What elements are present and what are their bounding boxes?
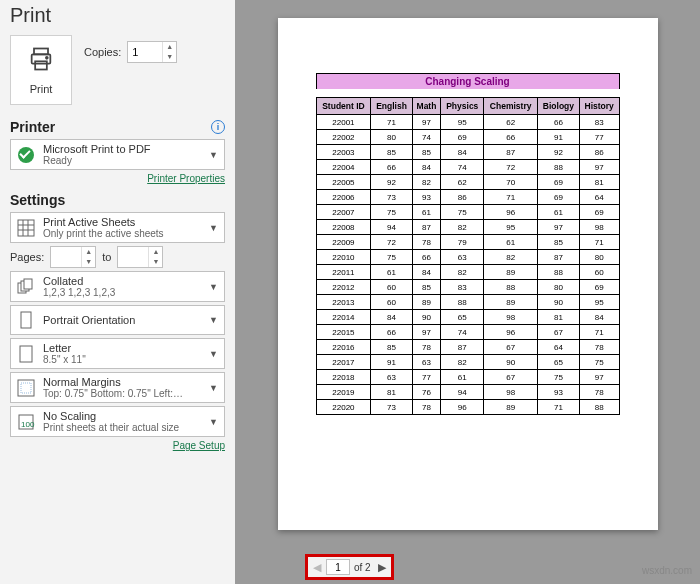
sheets-icon (15, 217, 37, 239)
copies-input[interactable] (128, 44, 162, 60)
table-row: 22013608988899095 (316, 295, 619, 310)
collate-dropdown[interactable]: Collated 1,2,3 1,2,3 1,2,3 ▼ (10, 271, 225, 302)
svg-rect-14 (18, 380, 34, 396)
chevron-down-icon: ▼ (207, 150, 220, 160)
table-row: 22015669774966771 (316, 325, 619, 340)
copies-down-icon[interactable]: ▼ (163, 52, 176, 62)
column-header: Chemistry (484, 98, 538, 115)
table-row: 22005928262706981 (316, 175, 619, 190)
column-header: Math (412, 98, 441, 115)
table-row: 22011618482898860 (316, 265, 619, 280)
scaling-dropdown[interactable]: 100 No Scaling Print sheets at their act… (10, 406, 225, 437)
svg-point-3 (46, 57, 48, 59)
collate-icon (15, 276, 37, 298)
column-header: Physics (441, 98, 484, 115)
portrait-icon (15, 309, 37, 331)
preview-panel: Changing Scaling Student IDEnglishMathPh… (235, 0, 700, 584)
svg-rect-12 (21, 312, 31, 328)
table-row: 22016857887676478 (316, 340, 619, 355)
page-title: Print (10, 0, 225, 35)
svg-text:100: 100 (21, 420, 35, 429)
table-row: 22010756663828780 (316, 250, 619, 265)
table-row: 22002807469669177 (316, 130, 619, 145)
print-button-label: Print (30, 83, 53, 95)
page-total-label: of 2 (352, 562, 373, 573)
pages-from-input[interactable] (51, 249, 81, 265)
page-current-input[interactable] (326, 559, 350, 575)
next-page-icon[interactable]: ▶ (375, 559, 389, 575)
chevron-down-icon: ▼ (207, 223, 220, 233)
margins-icon (15, 377, 37, 399)
printer-dropdown[interactable]: Microsoft Print to PDF Ready ▼ (10, 139, 225, 170)
sheet-title: Changing Scaling (316, 73, 620, 89)
svg-rect-2 (35, 61, 47, 69)
table-row: 22017916382906575 (316, 355, 619, 370)
printer-icon (27, 45, 55, 77)
data-table: Student IDEnglishMathPhysicsChemistryBio… (316, 97, 620, 415)
printer-properties-link[interactable]: Printer Properties (147, 173, 225, 184)
table-row: 22006739386716964 (316, 190, 619, 205)
svg-rect-0 (34, 49, 48, 55)
page-setup-link[interactable]: Page Setup (173, 440, 225, 451)
table-row: 22001719795626683 (316, 115, 619, 130)
scale-icon: 100 (15, 411, 37, 433)
table-row: 22019817694989378 (316, 385, 619, 400)
copies-label: Copies: (84, 46, 121, 58)
table-row: 22008948782959798 (316, 220, 619, 235)
pages-to-spinner[interactable]: ▲▼ (117, 246, 163, 268)
table-row: 22009727879618571 (316, 235, 619, 250)
table-row: 22012608583888069 (316, 280, 619, 295)
settings-header: Settings (10, 192, 225, 208)
chevron-down-icon: ▼ (207, 349, 220, 359)
table-row: 22003858584879286 (316, 145, 619, 160)
page-preview: Changing Scaling Student IDEnglishMathPh… (278, 18, 658, 530)
watermark: wsxdn.com (642, 565, 692, 576)
chevron-down-icon: ▼ (207, 383, 220, 393)
copies-up-icon[interactable]: ▲ (163, 42, 176, 52)
pages-from-spinner[interactable]: ▲▼ (50, 246, 96, 268)
pages-to-label: to (102, 251, 111, 263)
chevron-down-icon: ▼ (207, 315, 220, 325)
print-button[interactable]: Print (10, 35, 72, 105)
prev-page-icon[interactable]: ◀ (310, 559, 324, 575)
orientation-dropdown[interactable]: Portrait Orientation ▼ (10, 305, 225, 335)
table-row: 22014849065988184 (316, 310, 619, 325)
printer-status: Ready (43, 155, 201, 166)
letter-icon (15, 343, 37, 365)
copies-spinner[interactable]: ▲▼ (127, 41, 177, 63)
column-header: Student ID (316, 98, 371, 115)
svg-rect-4 (18, 220, 34, 236)
printer-name: Microsoft Print to PDF (43, 143, 201, 155)
margins-dropdown[interactable]: Normal Margins Top: 0.75" Bottom: 0.75" … (10, 372, 225, 403)
printer-header: Printer i (10, 119, 225, 135)
pages-to-input[interactable] (118, 249, 148, 265)
pages-label: Pages: (10, 251, 44, 263)
table-row: 22004668474728897 (316, 160, 619, 175)
info-icon[interactable]: i (211, 120, 225, 134)
table-row: 22007756175966169 (316, 205, 619, 220)
column-header: Biology (538, 98, 580, 115)
chevron-down-icon: ▼ (207, 417, 220, 427)
page-navigator[interactable]: ◀ of 2 ▶ (305, 554, 394, 580)
column-header: History (579, 98, 619, 115)
table-row: 22020737896897188 (316, 400, 619, 415)
print-area-dropdown[interactable]: Print Active Sheets Only print the activ… (10, 212, 225, 243)
column-header: English (371, 98, 412, 115)
table-row: 22018637761677597 (316, 370, 619, 385)
svg-rect-11 (24, 279, 32, 289)
paper-dropdown[interactable]: Letter 8.5" x 11" ▼ (10, 338, 225, 369)
svg-rect-13 (20, 346, 32, 362)
printer-status-icon (15, 144, 37, 166)
chevron-down-icon: ▼ (207, 282, 220, 292)
